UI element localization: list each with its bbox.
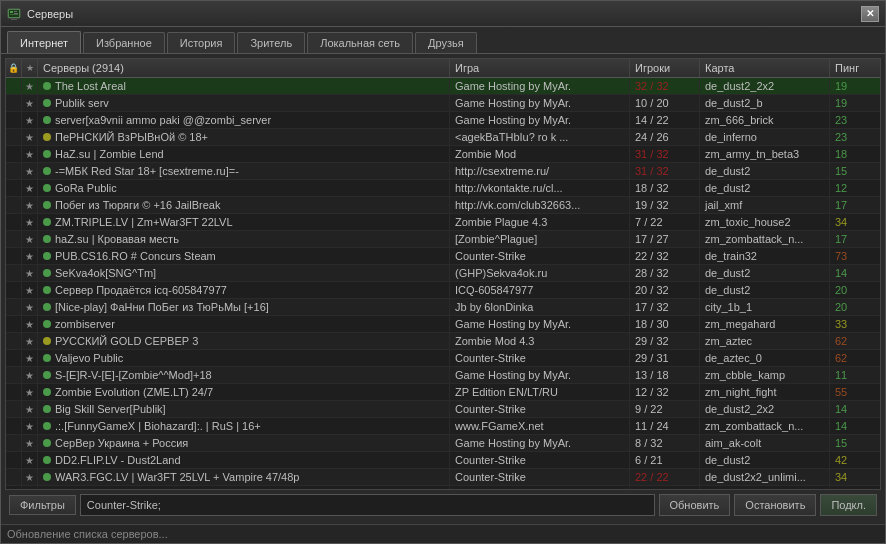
fav-cell[interactable]: ★ [22,112,38,128]
players-cell: 29 / 32 [630,333,700,349]
table-row[interactable]: ★Valjevo PublicCounter-Strike29 / 31de_a… [6,350,880,367]
tab-локальная-сеть[interactable]: Локальная сеть [307,32,413,53]
refresh-button[interactable]: Обновить [659,494,731,516]
fav-cell[interactable]: ★ [22,197,38,213]
table-row[interactable]: ★Жизнь в детской колонии[RU][all-cs.org.… [6,486,880,489]
table-row[interactable]: ★ZM.TRIPLE.LV | Zm+War3FT 22LVLZombie Pl… [6,214,880,231]
fav-cell[interactable]: ★ [22,163,38,179]
ping-cell: 15 [830,486,880,489]
table-row[interactable]: ★SeKva4ok[SNG^Tm](GHP)Sekva4ok.ru28 / 32… [6,265,880,282]
fav-cell[interactable]: ★ [22,265,38,281]
table-row[interactable]: ★Big Skill Server[Publik]Counter-Strike9… [6,401,880,418]
players-header[interactable]: Игроки [630,59,700,77]
fav-cell[interactable]: ★ [22,129,38,145]
fav-cell[interactable]: ★ [22,435,38,451]
close-button[interactable]: ✕ [861,6,879,22]
map-cell: zm_666_brick [700,112,830,128]
fav-cell[interactable]: ★ [22,418,38,434]
map-cell: zm_cbble_kamp [700,367,830,383]
server-name-cell: Publik serv [38,95,450,111]
status-dot [43,252,51,260]
map-header[interactable]: Карта [700,59,830,77]
server-name: .:.[FunnyGameX | Biohazard]:. | RuS | 16… [55,420,261,432]
table-row[interactable]: ★Побег из Тюряги © +16 JailBreakhttp://v… [6,197,880,214]
fav-cell[interactable]: ★ [22,316,38,332]
fav-cell[interactable]: ★ [22,333,38,349]
fav-cell[interactable]: ★ [22,486,38,489]
table-row[interactable]: ★HaZ.su | Zombie LendZombie Mod31 / 32zm… [6,146,880,163]
table-row[interactable]: ★haZ.su | Кровавая месть[Zombie^Plague]1… [6,231,880,248]
fav-cell[interactable]: ★ [22,248,38,264]
server-name: server[xa9vnii ammo paki @@zombi_server [55,114,271,126]
table-row[interactable]: ★[Nice-play] ФаНни ПоБег из ТюРьМы [+16]… [6,299,880,316]
fav-cell[interactable]: ★ [22,384,38,400]
status-dot [43,184,51,192]
servers-header[interactable]: Серверы (2914) [38,59,450,77]
game-cell: Game Hosting by MyAr. [450,435,630,451]
filter-button[interactable]: Фильтры [9,495,76,515]
server-name-cell: PUB.CS16.RO # Concurs Steam [38,248,450,264]
ping-cell: 55 [830,384,880,400]
tab-интернет[interactable]: Интернет [7,31,81,53]
players-cell: 9 / 22 [630,401,700,417]
lock-header[interactable]: 🔒 [6,59,22,77]
server-table: 🔒 ★ Серверы (2914) Игра Игроки Карта Пин… [5,58,881,490]
tab-друзья[interactable]: Друзья [415,32,477,53]
fav-cell[interactable]: ★ [22,95,38,111]
table-row[interactable]: ★GoRa Publichttp://vkontakte.ru/cl...18 … [6,180,880,197]
star-empty-icon: ★ [25,149,34,160]
lock-cell [6,350,22,366]
table-row[interactable]: ★.:.[FunnyGameX | Biohazard]:. | RuS | 1… [6,418,880,435]
map-cell: zm_zombattack_n... [700,418,830,434]
stop-button[interactable]: Остановить [734,494,816,516]
fav-cell[interactable]: ★ [22,78,38,94]
lock-cell [6,469,22,485]
fav-cell[interactable]: ★ [22,180,38,196]
lock-cell [6,214,22,230]
table-row[interactable]: ★СерВер Украина + РоссияGame Hosting by … [6,435,880,452]
filter-input[interactable] [80,494,655,516]
table-row[interactable]: ★ПеРНСКИЙ ВзРЫВнОй © 18+<agekBaTHbIu? ro… [6,129,880,146]
server-name-cell: Zombie Evolution (ZME.LT) 24/7 [38,384,450,400]
table-row[interactable]: ★РУССКИЙ GOLD СЕРВЕР 3Zombie Mod 4.329 /… [6,333,880,350]
table-row[interactable]: ★server[xa9vnii ammo paki @@zombi_server… [6,112,880,129]
table-row[interactable]: ★Zombie Evolution (ZME.LT) 24/7ZP Editio… [6,384,880,401]
tab-история[interactable]: История [167,32,236,53]
fav-cell[interactable]: ★ [22,469,38,485]
table-row[interactable]: ★S-[E]R-V-[E]-[Zombie^^Mod]+18Game Hosti… [6,367,880,384]
fav-header[interactable]: ★ [22,59,38,77]
table-row[interactable]: ★Сервер Продаётся icq-605847977ICQ-60584… [6,282,880,299]
status-dot [43,422,51,430]
server-name-cell: СерВер Украина + Россия [38,435,450,451]
fav-cell[interactable]: ★ [22,401,38,417]
table-row[interactable]: ★DD2.FLIP.LV - Dust2LandCounter-Strike6 … [6,452,880,469]
tab-избранное[interactable]: Избранное [83,32,165,53]
fav-cell[interactable]: ★ [22,367,38,383]
table-row[interactable]: ★Publik servGame Hosting by MyAr.10 / 20… [6,95,880,112]
table-row[interactable]: ★zombiserverGame Hosting by MyAr.18 / 30… [6,316,880,333]
table-row[interactable]: ★PUB.CS16.RO # Concurs SteamCounter-Stri… [6,248,880,265]
table-row[interactable]: ★The Lost ArealGame Hosting by MyAr.32 /… [6,78,880,95]
fav-cell[interactable]: ★ [22,299,38,315]
star-header-icon: ★ [26,63,34,73]
fav-cell[interactable]: ★ [22,214,38,230]
fav-cell[interactable]: ★ [22,231,38,247]
connect-button[interactable]: Подкл. [820,494,877,516]
ping-header[interactable]: Пинг [830,59,880,77]
status-dot [43,320,51,328]
game-cell: Jb by 6lonDinka [450,299,630,315]
window-title: Серверы [27,8,861,20]
server-name: ZM.TRIPLE.LV | Zm+War3FT 22LVL [55,216,233,228]
game-cell: Counter-Strike [450,452,630,468]
server-name: zombiserver [55,318,115,330]
game-header[interactable]: Игра [450,59,630,77]
fav-cell[interactable]: ★ [22,282,38,298]
fav-cell[interactable]: ★ [22,350,38,366]
ping-cell: 34 [830,214,880,230]
table-row[interactable]: ★-=МБК Red Star 18+ [csextreme.ru]=-http… [6,163,880,180]
fav-cell[interactable]: ★ [22,146,38,162]
ping-cell: 20 [830,282,880,298]
table-row[interactable]: ★WAR3.FGC.LV | War3FT 25LVL + Vampire 47… [6,469,880,486]
tab-зритель[interactable]: Зритель [237,32,305,53]
fav-cell[interactable]: ★ [22,452,38,468]
